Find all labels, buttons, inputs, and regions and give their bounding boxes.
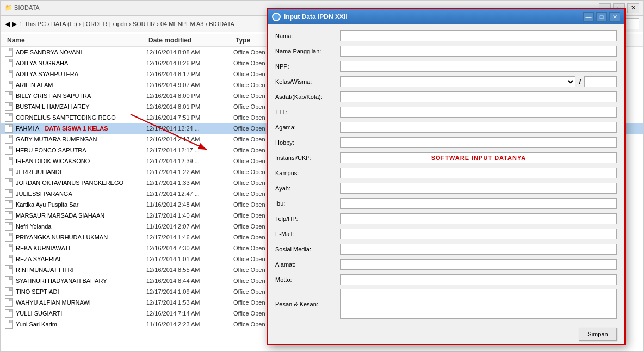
dialog-maximize-btn[interactable]: □: [596, 12, 607, 22]
window-title: 📁 BIODATA: [5, 4, 40, 11]
form-field-4[interactable]: [340, 91, 617, 102]
form-field-10[interactable]: [340, 183, 617, 194]
file-name-text: TINO SEPTIADI: [16, 288, 59, 295]
file-name-text: YULLI SUGIARTI: [16, 310, 62, 317]
form-field-16[interactable]: [340, 274, 617, 285]
form-field-12[interactable]: [340, 213, 617, 224]
col-name[interactable]: Name: [5, 35, 146, 45]
file-name-text: JORDAN OKTAVIANUS PANGKEREGO: [16, 180, 123, 186]
file-doc-icon: [5, 178, 13, 187]
file-date: 12/16/2014 8:55 AM: [146, 267, 233, 273]
form-field-13[interactable]: [340, 229, 617, 239]
wisma-input[interactable]: [584, 76, 617, 87]
form-label: Nama:: [275, 33, 340, 39]
file-doc-icon: [5, 222, 13, 231]
form-label: NPP:: [275, 63, 340, 70]
form-row: Nama Panggilan:: [275, 45, 617, 57]
file-date: 11/16/2014 2:48 AM: [146, 201, 233, 208]
form-field-5[interactable]: [340, 107, 617, 118]
form-label: Hobby:: [275, 139, 340, 146]
file-doc-icon: [5, 81, 13, 89]
form-rows-container: Nama:Nama Panggilan:NPP:Kelas/Wisma:/Asd…: [275, 30, 617, 319]
file-doc-icon: [5, 255, 13, 263]
form-row: Asdaf/(Kab/Kota):: [275, 91, 617, 103]
form-row: E-Mail:: [275, 228, 617, 240]
instansi-input[interactable]: [340, 152, 617, 163]
form-row: Ayah:: [275, 182, 617, 194]
file-name-text: GABY MUTIARA RUMENGAN: [16, 136, 97, 143]
form-label: Asdaf/(Kab/Kota):: [275, 94, 340, 100]
file-doc-icon: [5, 168, 13, 176]
dialog-icon: [272, 13, 281, 21]
form-field-14[interactable]: [340, 244, 617, 255]
form-label: Motto:: [275, 276, 340, 283]
dialog-close-btn[interactable]: ✕: [609, 12, 620, 22]
file-doc-icon: [5, 287, 13, 296]
breadcrumb: This PC › DATA (E:) › [ ORDER ] › ipdn ›…: [24, 21, 234, 27]
file-date: 12/16/2014 8:26 PM: [146, 60, 233, 66]
file-date: 12/16/2014 2:17 AM: [146, 136, 233, 143]
form-field-6[interactable]: [340, 122, 617, 133]
forward-btn[interactable]: ▶: [12, 20, 17, 28]
file-date: 12/17/2014 1:01 AM: [146, 256, 233, 262]
form-field-1[interactable]: [340, 46, 617, 57]
kelas-select[interactable]: [340, 76, 575, 87]
dialog-title-left: Input Data IPDN XXII: [272, 13, 348, 21]
file-date: 12/16/2014 8:01 PM: [146, 103, 233, 110]
form-field-7[interactable]: [340, 137, 617, 148]
form-label: Kelas/Wisma:: [275, 78, 340, 85]
simpan-button[interactable]: Simpan: [579, 328, 617, 341]
form-label: Agama:: [275, 124, 340, 131]
dialog-minimize-btn[interactable]: —: [583, 12, 594, 22]
file-doc-icon: [5, 211, 13, 220]
dialog-titlebar: Input Data IPDN XXII — □ ✕: [268, 9, 624, 24]
file-date: 12/17/2014 12:24 ...: [146, 125, 233, 132]
form-label: Pesan & Kesan:: [275, 301, 340, 307]
file-name-text: ADE SANDRYA NOVANI: [16, 49, 82, 55]
file-doc-icon: [5, 102, 13, 111]
form-label: Alamat:: [275, 261, 340, 268]
file-date: 12/17/2014 1:22 AM: [146, 169, 233, 175]
form-field-2[interactable]: [340, 61, 617, 72]
form-field-9[interactable]: [340, 168, 617, 178]
file-doc-icon: [5, 146, 13, 155]
file-date: 12/16/2014 8:00 PM: [146, 92, 233, 99]
file-doc-icon: [5, 276, 13, 285]
file-date: 12/17/2014 1:09 AM: [146, 288, 233, 295]
dialog-footer: Simpan: [268, 323, 624, 344]
file-name-text: SYAHNURI HADYANAH BAHARY: [16, 277, 107, 284]
file-doc-icon: [5, 244, 13, 252]
file-name-text: BILLY CRISTIAN SAPUTRA: [16, 92, 91, 99]
form-field-0[interactable]: [340, 30, 617, 41]
file-doc-icon: [5, 265, 13, 274]
form-row: TTL:: [275, 106, 617, 118]
form-field-15[interactable]: [340, 259, 617, 270]
file-name-text: ARIFIN ALAM: [16, 82, 53, 88]
file-name-text: Yuni Sari Karim: [16, 321, 57, 328]
close-btn[interactable]: ✕: [627, 3, 639, 13]
form-label: Ayah:: [275, 185, 340, 192]
form-label: Telp/HP:: [275, 215, 340, 222]
file-date: 12/17/2014 12:39 ...: [146, 158, 233, 164]
pesan-textarea[interactable]: [340, 289, 617, 319]
file-doc-icon: [5, 59, 13, 67]
file-name-text: REZA SYAHRIAL: [16, 256, 62, 262]
form-field-11[interactable]: [340, 198, 617, 209]
file-name-text: PRIYANGKA NURHUDA LUKMAN: [16, 234, 108, 240]
file-date: 12/16/2014 7:30 AM: [146, 245, 233, 251]
back-btn[interactable]: ◀: [5, 20, 10, 28]
form-label: TTL:: [275, 109, 340, 115]
col-date[interactable]: Date modified: [146, 35, 233, 45]
form-label: Ibu:: [275, 200, 340, 207]
form-row: Sosial Media:: [275, 243, 617, 255]
file-date: 12/17/2014 12:47 ...: [146, 190, 233, 197]
file-doc-icon: [5, 320, 13, 329]
form-label: Instansi/UKP:: [275, 155, 340, 161]
file-date: 12/17/2014 1:53 AM: [146, 299, 233, 306]
file-doc-icon: [5, 298, 13, 307]
file-name-text: JULIESSI PARANGA: [16, 190, 72, 197]
file-name-text: REKA KURNIAWATI: [16, 245, 70, 251]
up-btn[interactable]: ↑: [19, 20, 22, 28]
form-row: Nama:: [275, 30, 617, 42]
file-name-text: Kartika Ayu Puspita Sari: [16, 201, 80, 208]
